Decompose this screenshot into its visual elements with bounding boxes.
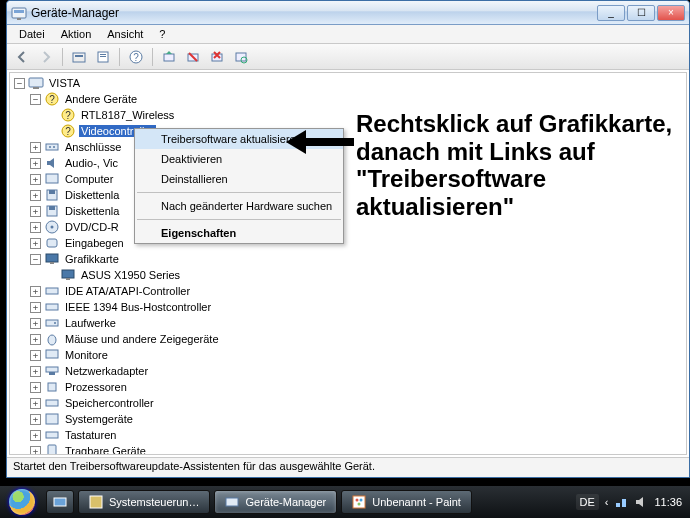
expand-icon[interactable]: + — [30, 286, 41, 297]
start-button[interactable] — [0, 486, 44, 518]
tree-root[interactable]: −VISTA — [10, 75, 686, 91]
node-network[interactable]: +Netzwerkadapter — [10, 363, 686, 379]
menu-file[interactable]: Datei — [11, 26, 53, 42]
volume-tray-icon[interactable] — [634, 495, 648, 509]
node-asus-x1950[interactable]: ASUS X1950 Series — [10, 267, 686, 283]
svg-rect-55 — [226, 498, 238, 506]
menu-bar: Datei Aktion Ansicht ? — [7, 25, 689, 44]
node-1394[interactable]: +IEEE 1394 Bus-Hostcontroller — [10, 299, 686, 315]
display-icon — [44, 251, 60, 267]
node-portable[interactable]: +Tragbare Geräte — [10, 443, 686, 455]
svg-rect-2 — [17, 18, 21, 20]
node-system[interactable]: +Systemgeräte — [10, 411, 686, 427]
expand-icon[interactable]: + — [30, 222, 41, 233]
expand-icon[interactable]: + — [30, 158, 41, 169]
task-control-panel[interactable]: Systemsteuerun… — [78, 490, 210, 514]
node-other-devices[interactable]: −?Andere Geräte — [10, 91, 686, 107]
separator — [119, 48, 120, 66]
node-ide[interactable]: +IDE ATA/ATAPI-Controller — [10, 283, 686, 299]
node-mice[interactable]: +Mäuse und andere Zeigegeräte — [10, 331, 686, 347]
svg-rect-39 — [46, 304, 58, 310]
node-hid[interactable]: +Eingabegen — [10, 235, 686, 251]
node-monitors[interactable]: +Monitore — [10, 347, 686, 363]
svg-point-24 — [49, 146, 51, 148]
svg-rect-49 — [46, 432, 58, 438]
expand-icon[interactable]: + — [30, 318, 41, 329]
tray-chevron-icon[interactable]: ‹ — [605, 496, 609, 508]
separator — [62, 48, 63, 66]
close-button[interactable]: × — [657, 5, 685, 21]
quick-launch[interactable] — [46, 490, 74, 514]
svg-rect-30 — [49, 206, 55, 210]
language-indicator[interactable]: DE — [576, 494, 599, 510]
ctx-properties[interactable]: Eigenschaften — [135, 223, 343, 243]
window-buttons: _ ☐ × — [597, 5, 685, 21]
menu-action[interactable]: Aktion — [53, 26, 100, 42]
svg-rect-35 — [50, 262, 54, 264]
network-icon — [44, 363, 60, 379]
clock[interactable]: 11:36 — [654, 496, 682, 508]
collapse-icon[interactable]: − — [14, 78, 25, 89]
ctx-scan-hardware[interactable]: Nach geänderter Hardware suchen — [135, 196, 343, 216]
node-processors[interactable]: +Prozessoren — [10, 379, 686, 395]
collapse-icon[interactable]: − — [30, 254, 41, 265]
expand-icon[interactable]: + — [30, 206, 41, 217]
expand-icon[interactable]: + — [30, 238, 41, 249]
expand-icon[interactable]: + — [30, 398, 41, 409]
node-display-adapters[interactable]: −Grafikkarte — [10, 251, 686, 267]
expand-icon[interactable]: + — [30, 414, 41, 425]
svg-rect-38 — [46, 288, 58, 294]
expand-icon[interactable]: + — [30, 174, 41, 185]
svg-point-59 — [358, 503, 361, 506]
expand-icon[interactable]: + — [30, 366, 41, 377]
svg-rect-40 — [46, 320, 58, 326]
ctx-disable[interactable]: Deaktivieren — [135, 149, 343, 169]
expand-icon[interactable]: + — [30, 334, 41, 345]
expand-icon[interactable]: + — [30, 302, 41, 313]
ide-icon — [44, 283, 60, 299]
svg-rect-47 — [46, 400, 58, 406]
svg-rect-7 — [100, 56, 106, 57]
expand-icon[interactable]: + — [30, 190, 41, 201]
task-paint[interactable]: Unbenannt - Paint — [341, 490, 472, 514]
menu-help[interactable]: ? — [151, 26, 173, 42]
node-dvd[interactable]: +DVD/CD-R — [10, 219, 686, 235]
maximize-button[interactable]: ☐ — [627, 5, 655, 21]
node-drives[interactable]: +Laufwerke — [10, 315, 686, 331]
expand-icon[interactable]: + — [30, 430, 41, 441]
toolbar-uninstall-icon[interactable] — [206, 46, 228, 68]
task-device-manager[interactable]: Geräte-Manager — [214, 490, 337, 514]
network-tray-icon[interactable] — [614, 495, 628, 509]
toolbar-disable-icon[interactable] — [182, 46, 204, 68]
ctx-update-driver[interactable]: Treibersoftware aktualisieren... — [135, 129, 343, 149]
expand-icon[interactable]: + — [30, 142, 41, 153]
toolbar-update-icon[interactable] — [158, 46, 180, 68]
node-keyboards[interactable]: +Tastaturen — [10, 427, 686, 443]
expand-icon[interactable]: + — [30, 446, 41, 456]
toolbar-help-icon[interactable]: ? — [125, 46, 147, 68]
computer-icon — [44, 171, 60, 187]
toolbar-scan-hw-icon[interactable] — [230, 46, 252, 68]
svg-rect-44 — [46, 367, 58, 372]
menu-view[interactable]: Ansicht — [99, 26, 151, 42]
ctx-uninstall[interactable]: Deinstallieren — [135, 169, 343, 189]
system-tray: DE ‹ 11:36 — [576, 494, 690, 510]
cpu-icon — [44, 379, 60, 395]
keyboard-icon — [44, 427, 60, 443]
svg-rect-28 — [49, 190, 55, 194]
node-storage-ctrl[interactable]: +Speichercontroller — [10, 395, 686, 411]
collapse-icon[interactable]: − — [30, 94, 41, 105]
title-bar[interactable]: Geräte-Manager _ ☐ × — [7, 1, 689, 25]
expand-icon[interactable]: + — [30, 350, 41, 361]
back-button[interactable] — [11, 46, 33, 68]
expand-icon[interactable]: + — [30, 382, 41, 393]
minimize-button[interactable]: _ — [597, 5, 625, 21]
svg-text:?: ? — [49, 94, 55, 105]
forward-button[interactable] — [35, 46, 57, 68]
svg-rect-26 — [46, 174, 58, 183]
svg-rect-48 — [46, 414, 58, 424]
svg-rect-15 — [29, 78, 43, 87]
toolbar-properties-icon[interactable] — [92, 46, 114, 68]
toolbar-scan-icon[interactable] — [68, 46, 90, 68]
context-menu: Treibersoftware aktualisieren... Deaktiv… — [134, 128, 344, 244]
